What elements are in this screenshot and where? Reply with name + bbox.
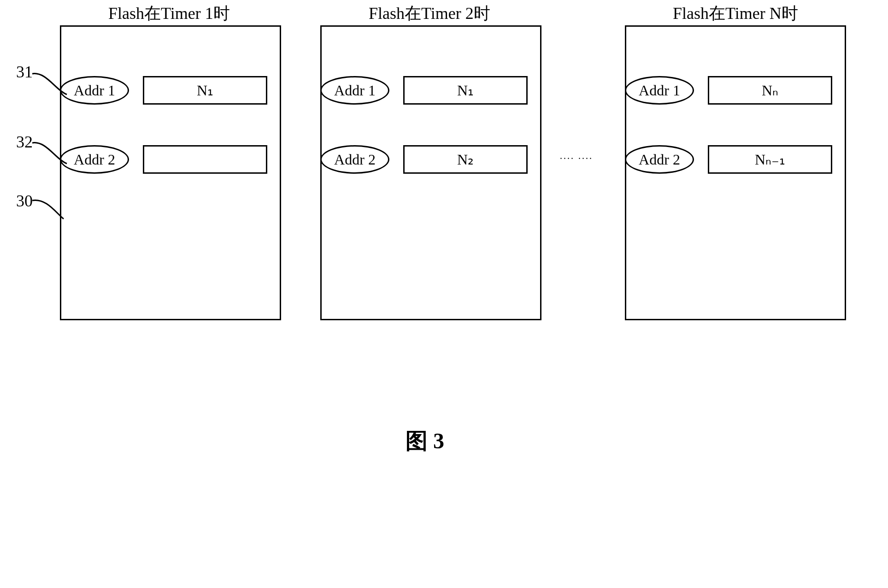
figure-label: 图 3 bbox=[406, 426, 444, 456]
panel2-addr2-value: N₂ bbox=[457, 151, 474, 168]
panel1-addr2-label: Addr 2 bbox=[74, 151, 115, 168]
panelN-addr1-label: Addr 1 bbox=[639, 82, 680, 99]
panelN-addr2-value-box: Nₙ₋₁ bbox=[708, 145, 832, 174]
panel2-addr2-label: Addr 2 bbox=[334, 151, 376, 168]
panelN-title: Flash在Timer N时 bbox=[673, 2, 798, 25]
callout-30-label: 30 bbox=[16, 191, 33, 211]
panel2-title: Flash在Timer 2时 bbox=[369, 2, 490, 25]
callout-32-label: 32 bbox=[16, 132, 33, 152]
panel1-title: Flash在Timer 1时 bbox=[108, 2, 230, 25]
callout-31-line bbox=[32, 71, 69, 99]
panel1-addr1-label: Addr 1 bbox=[74, 82, 115, 99]
panel1-addr1-value-box: N₁ bbox=[143, 76, 267, 105]
panelN-addr1-value-box: Nₙ bbox=[708, 76, 832, 105]
panelN-addr1-ellipse: Addr 1 bbox=[625, 76, 694, 105]
panelN-addr2-ellipse: Addr 2 bbox=[625, 145, 694, 174]
panelN-addr1-value: Nₙ bbox=[762, 82, 778, 99]
callout-31-label: 31 bbox=[16, 62, 33, 82]
panel2-addr1-label: Addr 1 bbox=[334, 82, 376, 99]
panel2-addr2-value-box: N₂ bbox=[403, 145, 528, 174]
panel2-addr1-value: N₁ bbox=[457, 82, 474, 99]
panel2-addr1-value-box: N₁ bbox=[403, 76, 528, 105]
diagram-container: Flash在Timer 1时 Addr 1 N₁ Addr 2 Flash在Ti… bbox=[0, 0, 888, 588]
panel1-addr1-ellipse: Addr 1 bbox=[60, 76, 129, 105]
ellipsis: ···· ···· bbox=[560, 153, 593, 164]
callout-32-line bbox=[32, 141, 69, 168]
panel2-addr1-ellipse: Addr 1 bbox=[320, 76, 389, 105]
panel2-addr2-ellipse: Addr 2 bbox=[320, 145, 389, 174]
panelN-addr2-label: Addr 2 bbox=[639, 151, 680, 168]
callout-30-line bbox=[32, 198, 69, 226]
panelN-addr2-value: Nₙ₋₁ bbox=[755, 151, 785, 168]
panel1-addr2-value-box bbox=[143, 145, 267, 174]
panel1-addr2-ellipse: Addr 2 bbox=[60, 145, 129, 174]
panel1-addr1-value: N₁ bbox=[197, 82, 213, 99]
